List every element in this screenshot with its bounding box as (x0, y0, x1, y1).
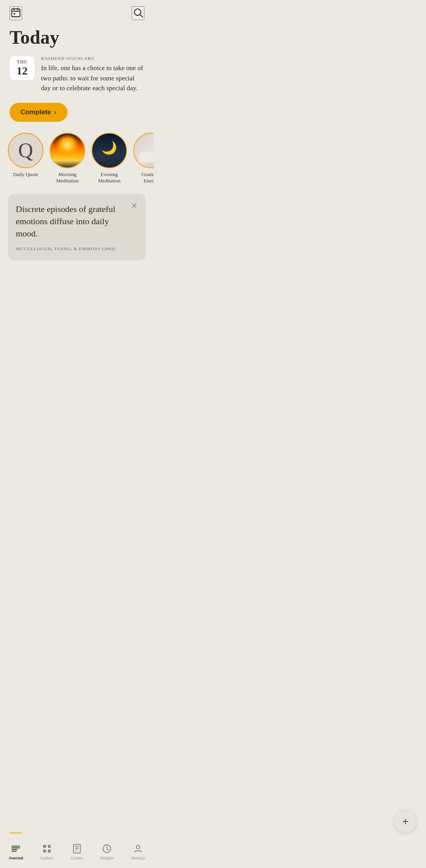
quote-content: RASHEED OGUNLARU In life, one has a choi… (41, 56, 144, 93)
svg-rect-0 (12, 9, 20, 17)
circle-label-gratitude: Gratitude Energy (135, 171, 154, 185)
day-num: 12 (14, 65, 30, 77)
circle-img-morning (50, 133, 85, 168)
info-card-text: Discrete episodes of grateful emotions d… (16, 203, 138, 240)
circle-gratitude-energy[interactable]: Gratitude Energy (133, 133, 154, 185)
arrow-icon: › (54, 109, 56, 116)
calendar-icon[interactable] (9, 6, 22, 20)
info-card-source: MCCULLOUGH, TSANG, & EMMONS (2004) (16, 246, 138, 251)
evening-img (92, 134, 126, 167)
circle-morning-meditation[interactable]: Morning Meditation (50, 133, 85, 185)
day-name: THU (14, 59, 30, 65)
circle-img-evening (92, 133, 127, 168)
circle-img-gratitude (133, 133, 154, 168)
circle-label-morning: Morning Meditation (52, 171, 83, 185)
gratitude-img (134, 134, 154, 167)
info-card-close-button[interactable]: ✕ (129, 200, 140, 211)
info-card: ✕ Discrete episodes of grateful emotions… (8, 194, 146, 260)
circle-evening-meditation[interactable]: Evening Meditation (92, 133, 127, 185)
morning-img (50, 134, 84, 167)
page-title: Today (0, 23, 154, 56)
circles-row: Q Daily Quote Morning Meditation Evening… (0, 133, 154, 188)
search-icon[interactable] (132, 6, 144, 20)
top-bar (0, 0, 154, 23)
svg-line-6 (140, 15, 142, 17)
circle-label-daily-quote: Daily Quote (13, 171, 38, 178)
complete-button[interactable]: Complete › (9, 103, 67, 122)
quote-author: RASHEED OGUNLARU (41, 56, 144, 61)
date-box: THU 12 (9, 56, 35, 80)
svg-rect-4 (13, 13, 15, 14)
quote-text: In life, one has a choice to take one of… (41, 63, 144, 93)
circle-daily-quote[interactable]: Q Daily Quote (8, 133, 43, 185)
daily-quote-section: THU 12 RASHEED OGUNLARU In life, one has… (9, 56, 144, 93)
circle-img-daily-quote: Q (8, 133, 43, 168)
circle-label-evening: Evening Meditation (93, 171, 125, 185)
